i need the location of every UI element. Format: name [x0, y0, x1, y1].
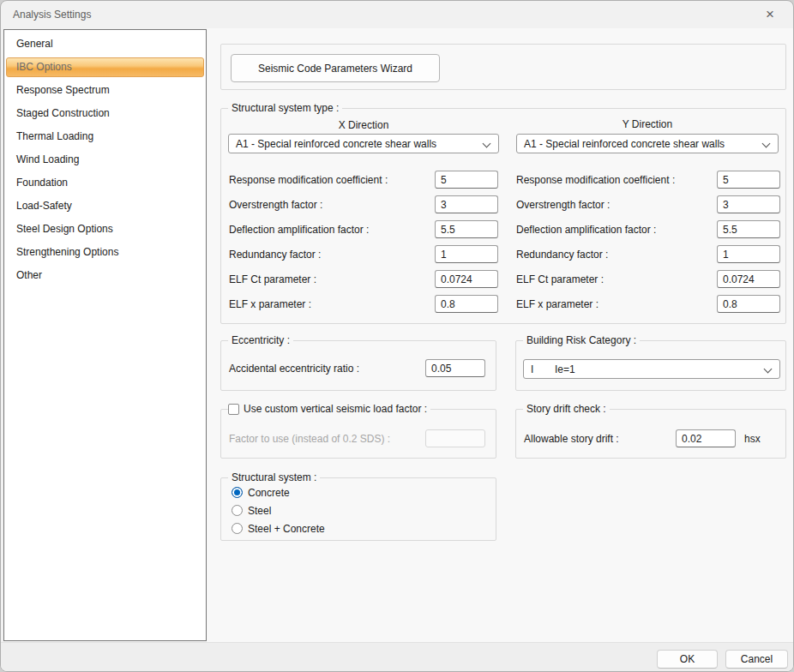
group-title: Structural system type :: [228, 102, 342, 114]
group-title: Eccentricity :: [228, 334, 293, 346]
x-deflection-amp-input[interactable]: 5.5: [435, 220, 498, 238]
ok-button[interactable]: OK: [657, 650, 718, 669]
structural-system-type-group: Structural system type : X Direction Y D…: [220, 108, 786, 324]
sidebar-item-steel-design-options[interactable]: Steel Design Options: [4, 218, 206, 241]
factor-to-use-label: Factor to use (instead of 0.2 SDS) :: [229, 433, 390, 445]
sidebar-item-staged-construction[interactable]: Staged Construction: [4, 102, 206, 125]
sidebar-item-general[interactable]: General: [4, 33, 206, 56]
sidebar-item-strengthening-options[interactable]: Strengthening Options: [4, 241, 206, 264]
radio-steel-label[interactable]: Steel: [248, 505, 271, 517]
accidental-eccentricity-label: Accidental eccentricity ratio :: [229, 363, 359, 375]
building-risk-category-group: Building Risk Category : I Ie=1: [515, 340, 786, 391]
radio-concrete[interactable]: [232, 487, 243, 498]
risk-category-roman: I: [531, 363, 555, 375]
sidebar-item-other[interactable]: Other: [4, 264, 206, 287]
x-overstrength-input[interactable]: 3: [435, 195, 498, 213]
x-direction-label: X Direction: [228, 119, 499, 131]
story-drift-unit-label: hsx: [744, 433, 761, 445]
window-title: Analysis Settings: [13, 9, 91, 21]
chevron-down-icon: [483, 140, 491, 148]
y-direction-label: Y Direction: [516, 118, 779, 130]
radio-steel-concrete[interactable]: [232, 523, 243, 534]
y-direction-dropdown-value: A1 - Special reinforced concrete shear w…: [524, 138, 725, 150]
custom-vertical-factor-label: Use custom vertical seismic load factor …: [244, 403, 427, 415]
sidebar-item-thermal-loading[interactable]: Thermal Loading: [4, 125, 206, 148]
x-elf-x-label: ELF x parameter :: [229, 298, 311, 310]
accidental-eccentricity-input[interactable]: 0.05: [425, 359, 485, 377]
y-redundancy-label: Redundancy factor :: [516, 249, 608, 261]
wizard-panel: Seismic Code Parameters Wizard: [220, 44, 786, 90]
titlebar: Analysis Settings: [1, 1, 793, 28]
y-elf-x-input[interactable]: 0.8: [717, 295, 780, 313]
seismic-wizard-button[interactable]: Seismic Code Parameters Wizard: [231, 54, 440, 82]
y-elf-ct-input[interactable]: 0.0724: [717, 270, 780, 288]
y-elf-x-label: ELF x parameter :: [516, 298, 599, 310]
eccentricity-group: Eccentricity : Accidental eccentricity r…: [220, 340, 496, 391]
group-title: Structural system :: [228, 471, 320, 483]
x-elf-x-input[interactable]: 0.8: [435, 295, 498, 313]
y-overstrength-label: Overstrength factor :: [516, 199, 610, 211]
sidebar-item-response-spectrum[interactable]: Response Spectrum: [4, 79, 206, 102]
x-response-mod-label: Response modification coefficient :: [229, 174, 388, 186]
chevron-down-icon: [764, 365, 773, 374]
factor-to-use-input: [425, 429, 485, 447]
y-overstrength-input[interactable]: 3: [717, 195, 780, 213]
sidebar-item-load-safety[interactable]: Load-Safety: [4, 195, 206, 218]
x-deflection-amp-label: Deflection amplification factor :: [229, 224, 369, 236]
structural-system-group: Structural system : Concrete Steel Steel…: [220, 477, 496, 541]
x-overstrength-label: Overstrength factor :: [229, 199, 322, 211]
cancel-button[interactable]: Cancel: [725, 650, 788, 669]
x-redundancy-input[interactable]: 1: [435, 245, 498, 263]
y-response-mod-input[interactable]: 5: [717, 171, 780, 189]
risk-category-importance: Ie=1: [555, 363, 575, 375]
radio-steel[interactable]: [232, 505, 243, 516]
sidebar: General IBC Options Response Spectrum St…: [3, 29, 207, 641]
group-title: Building Risk Category :: [523, 334, 640, 346]
radio-steel-concrete-label[interactable]: Steel + Concrete: [248, 523, 325, 535]
chevron-down-icon: [762, 140, 771, 148]
x-direction-dropdown-value: A1 - Special reinforced concrete shear w…: [236, 138, 436, 150]
y-response-mod-label: Response modification coefficient :: [516, 174, 675, 186]
y-deflection-amp-input[interactable]: 5.5: [717, 220, 780, 238]
group-title: Story drift check :: [523, 403, 610, 415]
sidebar-item-foundation[interactable]: Foundation: [4, 171, 206, 195]
analysis-settings-dialog: Analysis Settings × General IBC Options …: [0, 0, 794, 672]
sidebar-item-wind-loading[interactable]: Wind Loading: [4, 148, 206, 171]
y-direction-dropdown[interactable]: A1 - Special reinforced concrete shear w…: [516, 134, 779, 153]
radio-concrete-label[interactable]: Concrete: [248, 487, 290, 499]
x-redundancy-label: Redundancy factor :: [229, 249, 321, 261]
x-elf-ct-input[interactable]: 0.0724: [435, 270, 498, 288]
x-elf-ct-label: ELF Ct parameter :: [229, 273, 316, 285]
custom-vertical-factor-group: Use custom vertical seismic load factor …: [220, 409, 496, 459]
custom-vertical-factor-checkbox[interactable]: [228, 404, 239, 415]
y-deflection-amp-label: Deflection amplification factor :: [516, 224, 656, 236]
story-drift-check-group: Story drift check : Allowable story drif…: [515, 409, 786, 459]
sidebar-item-ibc-options[interactable]: IBC Options: [6, 57, 204, 77]
close-icon[interactable]: ×: [755, 1, 785, 28]
allowable-story-drift-input[interactable]: 0.02: [676, 429, 736, 447]
x-direction-dropdown[interactable]: A1 - Special reinforced concrete shear w…: [228, 134, 499, 153]
y-redundancy-input[interactable]: 1: [717, 245, 780, 263]
allowable-story-drift-label: Allowable story drift :: [524, 433, 619, 445]
y-elf-ct-label: ELF Ct parameter :: [516, 273, 604, 285]
x-response-mod-input[interactable]: 5: [435, 171, 498, 189]
building-risk-category-dropdown[interactable]: I Ie=1: [523, 359, 780, 379]
